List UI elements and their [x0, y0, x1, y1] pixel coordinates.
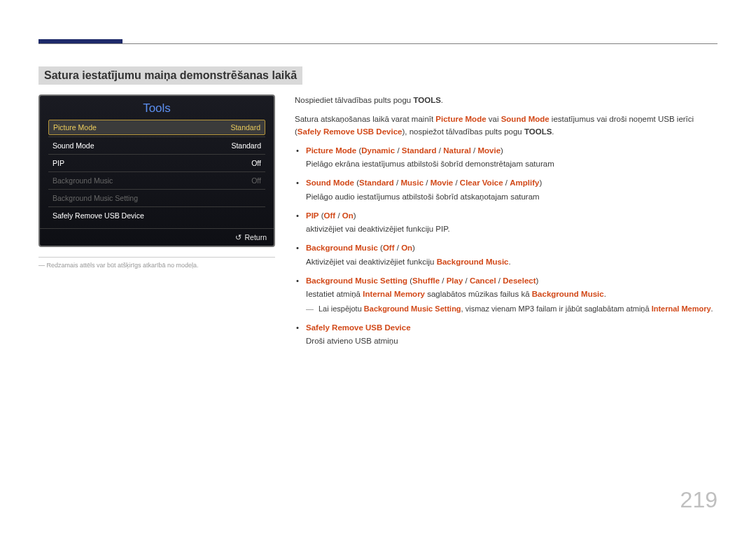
panel-row-label: Picture Mode — [53, 123, 97, 132]
bullet-item: Picture Mode (Dynamic / Standard / Natur… — [295, 145, 718, 171]
panel-row-value: Off — [251, 176, 261, 185]
left-note: ― Redzamais attēls var būt atšķirīgs atk… — [38, 257, 275, 269]
section-heading: Satura iestatījumu maiņa demonstrēšanas … — [38, 66, 302, 85]
panel-row-value: Standard — [230, 123, 260, 132]
panel-row-value: Standard — [231, 141, 261, 150]
intro-2: Satura atskaņošanas laikā varat mainīt P… — [295, 113, 718, 138]
panel-row-label: PIP — [52, 159, 64, 167]
panel-title: Tools — [40, 96, 274, 120]
bullet-item: PIP (Off / On)aktivizējiet vai deaktiviz… — [295, 210, 718, 236]
panel-row-value: Off — [251, 159, 261, 167]
panel-row[interactable]: Safely Remove USB Device — [48, 209, 265, 223]
bullet-item: Background Music (Off / On)Aktivizējiet … — [295, 242, 718, 268]
bullet-item: Sound Mode (Standard / Music / Movie / C… — [295, 177, 718, 203]
intro-1: Nospiediet tālvadības pults pogu TOOLS. — [295, 94, 718, 106]
panel-footer: Return — [40, 228, 274, 246]
panel-row[interactable]: Background Music Setting — [48, 191, 265, 205]
return-icon — [235, 233, 244, 241]
panel-row[interactable]: Background MusicOff — [48, 174, 265, 188]
tools-panel: Tools Picture ModeStandardSound ModeStan… — [38, 94, 275, 247]
panel-row-label: Background Music — [52, 176, 113, 185]
bullet-item: Safely Remove USB DeviceDroši atvieno US… — [295, 322, 718, 348]
panel-row[interactable]: Picture ModeStandard — [48, 120, 265, 135]
page-number: 219 — [680, 487, 718, 513]
bullet-item: Background Music Setting (Shuffle / Play… — [295, 275, 718, 315]
panel-row-label: Safely Remove USB Device — [52, 211, 144, 220]
return-label: Return — [244, 233, 267, 241]
panel-row-label: Background Music Setting — [52, 194, 138, 202]
panel-row-label: Sound Mode — [52, 141, 94, 150]
panel-row[interactable]: Sound ModeStandard — [48, 139, 265, 153]
panel-row[interactable]: PIPOff — [48, 156, 265, 170]
